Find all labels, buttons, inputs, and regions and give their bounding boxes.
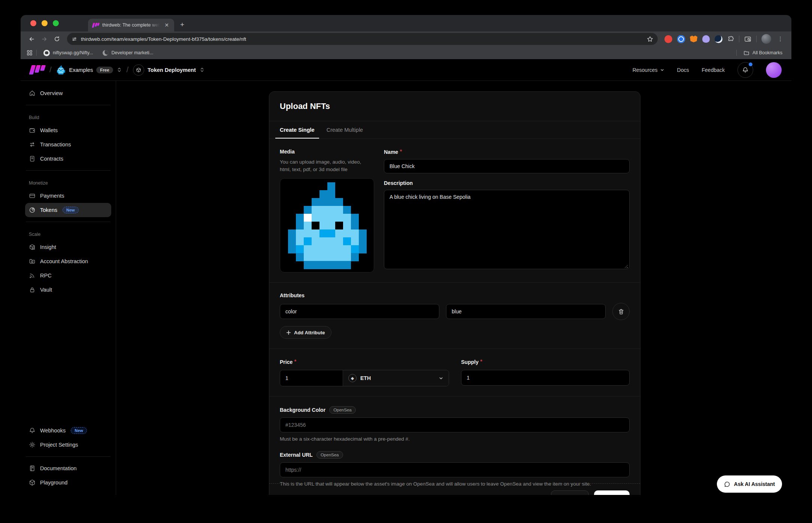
reload-icon[interactable] — [51, 33, 63, 45]
plus-icon — [286, 330, 291, 335]
opensea-badge: OpenSea — [329, 406, 356, 414]
media-label: Media — [280, 149, 374, 155]
sidebar-item-overview[interactable]: Overview — [25, 86, 111, 100]
sidebar-item-account-abstraction[interactable]: Account Abstraction — [25, 254, 111, 268]
bookmarks-bar: niftyswap.gg/Nifty... Developer marketi.… — [21, 46, 791, 59]
bookmark-star-icon[interactable] — [647, 36, 653, 42]
main-content: Upload NFTs Create Single Create Multipl… — [116, 81, 791, 495]
nav-feedback[interactable]: Feedback — [702, 67, 725, 73]
extension-wallet-icon[interactable] — [715, 35, 722, 43]
crescent-icon — [103, 50, 108, 56]
chrome-menu-icon[interactable]: ⋮ — [776, 36, 785, 42]
bookmark-developer-marketing[interactable]: Developer marketi... — [100, 49, 156, 57]
chevron-down-icon — [439, 376, 443, 381]
back-button[interactable]: Back — [551, 490, 589, 495]
next-button[interactable]: Next — [594, 490, 630, 495]
tab-create-multiple[interactable]: Create Multiple — [322, 121, 368, 139]
sidebar-item-payments[interactable]: Payments — [25, 189, 111, 203]
price-supply-section: Price * ◆ ETH — [269, 349, 640, 396]
nav-resources[interactable]: Resources — [633, 67, 664, 73]
project-switcher-icon[interactable] — [199, 67, 205, 73]
back-icon[interactable] — [26, 33, 37, 45]
new-badge: New — [71, 427, 87, 434]
background-color-input[interactable] — [280, 417, 630, 432]
eth-icon: ◆ — [348, 374, 357, 382]
coin-icon — [29, 207, 36, 213]
price-input[interactable] — [280, 370, 343, 386]
extension-blue-icon[interactable] — [677, 35, 685, 43]
sidebar-item-insight[interactable]: Insight — [25, 240, 111, 254]
url-text: thirdweb.com/team/examples/Token-Deploym… — [81, 36, 643, 42]
credit-card-icon — [29, 192, 36, 199]
url-bar[interactable]: thirdweb.com/team/examples/Token-Deploym… — [67, 33, 658, 45]
sidebar-item-wallets[interactable]: Wallets — [25, 123, 111, 137]
delete-attribute-button[interactable] — [612, 303, 630, 320]
breadcrumb-team[interactable]: Examples Free — [56, 66, 122, 75]
sidebar-item-contracts[interactable]: Contracts — [25, 152, 111, 166]
attribute-name-input[interactable] — [280, 304, 439, 319]
insight-cube-icon — [29, 244, 36, 250]
add-attribute-button[interactable]: Add Attribute — [280, 326, 331, 339]
tab-create-single[interactable]: Create Single — [275, 121, 319, 139]
sidebar-divider — [26, 170, 110, 171]
window-controls — [21, 15, 66, 31]
all-bookmarks-button[interactable]: All Bookmarks — [740, 49, 785, 57]
sidebar-section-build: Build — [29, 115, 107, 120]
new-tab-button[interactable]: + — [180, 21, 184, 29]
form-tabs: Create Single Create Multiple — [269, 121, 640, 139]
name-input[interactable] — [384, 159, 630, 173]
ask-ai-assistant-button[interactable]: Ask AI Assistant — [717, 475, 782, 493]
breadcrumb-project[interactable]: Token Deployment — [133, 64, 205, 76]
media-upload-preview[interactable] — [280, 178, 374, 273]
notifications-button[interactable] — [737, 62, 753, 78]
form-footer: Back Next — [269, 483, 640, 495]
sidebar-item-transactions[interactable]: Transactions — [25, 137, 111, 152]
sidebar-item-vault[interactable]: Vault — [25, 283, 111, 297]
trash-icon — [618, 308, 624, 315]
sidebar-item-documentation[interactable]: Documentation — [25, 461, 111, 475]
phantom-icon[interactable] — [702, 35, 710, 43]
chevron-down-icon — [660, 68, 664, 72]
sidebar-item-webhooks[interactable]: Webhooks New — [25, 423, 111, 438]
nav-docs[interactable]: Docs — [677, 67, 689, 73]
required-marker: * — [480, 359, 482, 365]
breadcrumb-separator: / — [49, 66, 52, 74]
extension-red-icon[interactable] — [664, 35, 672, 43]
sidebar-divider — [26, 105, 110, 105]
browser-tab[interactable]: thirdweb: The complete web3 ✕ — [88, 19, 174, 31]
transactions-icon — [29, 141, 36, 148]
close-window-button[interactable] — [30, 20, 36, 26]
bookmark-niftyswap[interactable]: niftyswap.gg/Nifty... — [40, 49, 96, 57]
side-search-icon[interactable] — [744, 36, 751, 43]
minimize-window-button[interactable] — [42, 20, 48, 26]
thirdweb-logo[interactable] — [30, 65, 45, 75]
attribute-value-input[interactable] — [446, 304, 606, 319]
metamask-icon[interactable] — [690, 36, 697, 42]
extensions-puzzle-icon[interactable] — [727, 36, 734, 42]
sidebar-item-playground[interactable]: Playground — [25, 475, 111, 490]
toolbar-divider — [739, 36, 739, 42]
attributes-label: Attributes — [280, 292, 630, 298]
tab-close-icon[interactable]: ✕ — [163, 22, 170, 28]
sidebar-item-tokens[interactable]: Tokens New — [25, 203, 111, 217]
notification-dot — [749, 63, 752, 66]
apps-grid-icon[interactable] — [27, 50, 33, 56]
external-url-input[interactable] — [280, 462, 630, 477]
nft-pixel-art — [280, 182, 374, 269]
chat-bubble-icon — [724, 481, 730, 487]
account-avatar[interactable] — [766, 62, 782, 78]
browser-profile-avatar[interactable] — [761, 34, 771, 44]
description-textarea[interactable]: A blue chick living on Base Sepolia — [384, 190, 630, 269]
team-switcher-icon[interactable] — [116, 67, 122, 73]
site-settings-icon[interactable] — [72, 36, 77, 42]
currency-select[interactable]: ◆ ETH — [343, 370, 449, 386]
sidebar-item-project-settings[interactable]: Project Settings — [25, 438, 111, 452]
supply-input[interactable] — [461, 370, 630, 386]
required-marker: * — [400, 149, 402, 155]
bell-icon — [29, 427, 36, 434]
forward-icon[interactable] — [39, 33, 50, 45]
maximize-window-button[interactable] — [53, 20, 59, 26]
new-badge: New — [63, 207, 79, 213]
project-icon — [133, 64, 144, 76]
sidebar-item-rpc[interactable]: RPC — [25, 268, 111, 283]
